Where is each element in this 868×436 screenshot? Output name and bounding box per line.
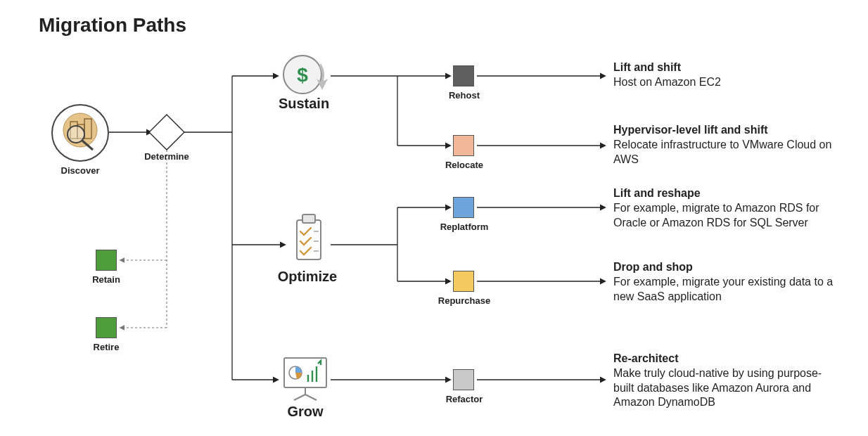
grow-desc: Re-architect Make truly cloud-native by … [613,352,838,410]
discover-icon [49,102,111,167]
repurchase-desc-title: Drop and shop [613,260,838,275]
repurchase-desc-body: For example, migrate your existing data … [613,275,838,304]
grow-label: Grow [273,404,338,420]
determine-label: Determine [139,151,195,162]
rehost-desc: Lift and shift Host on Amazon EC2 [613,60,721,90]
replatform-desc-body: For example, migrate to Amazon RDS for O… [613,201,838,231]
relocate-desc-body: Relocate infrastructure to VMware Cloud … [613,138,838,167]
rehost-desc-body: Host on Amazon EC2 [613,75,721,90]
replatform-label: Replatform [428,222,501,232]
optimize-icon [287,213,329,271]
retain-box [96,250,117,271]
relocate-box [453,135,474,156]
discover-label: Discover [49,165,111,176]
rehost-box [453,65,474,86]
optimize-label: Optimize [266,269,349,285]
grow-desc-body: Make truly cloud-native by using purpose… [613,366,838,410]
refactor-label: Refactor [433,394,495,404]
replatform-desc: Lift and reshape For example, migrate to… [613,186,838,230]
svg-point-29 [68,126,84,143]
svg-rect-34 [302,214,315,223]
svg-text:$: $ [297,64,308,86]
replatform-box [453,197,474,218]
sustain-label: Sustain [266,96,342,112]
rehost-label: Rehost [436,90,492,101]
sustain-icon: $ [280,53,328,100]
relocate-desc: Hypervisor-level lift and shift Relocate… [613,123,838,167]
retain-label: Retain [82,274,131,285]
diagram-title: Migration Paths [39,14,186,37]
repurchase-label: Repurchase [426,295,502,306]
svg-marker-1 [149,115,184,150]
grow-icon [280,354,331,406]
svg-line-45 [305,395,317,400]
svg-line-44 [294,395,305,400]
refactor-box [453,369,474,390]
rehost-desc-title: Lift and shift [613,60,721,75]
retire-box [96,317,117,338]
repurchase-box [453,271,474,292]
relocate-label: Relocate [433,160,495,170]
repurchase-desc: Drop and shop For example, migrate your … [613,260,838,304]
replatform-desc-title: Lift and reshape [613,186,838,201]
relocate-desc-title: Hypervisor-level lift and shift [613,123,838,138]
grow-desc-title: Re-architect [613,352,838,366]
retire-label: Retire [82,342,131,352]
diagram-canvas: Migration Paths [0,0,868,436]
